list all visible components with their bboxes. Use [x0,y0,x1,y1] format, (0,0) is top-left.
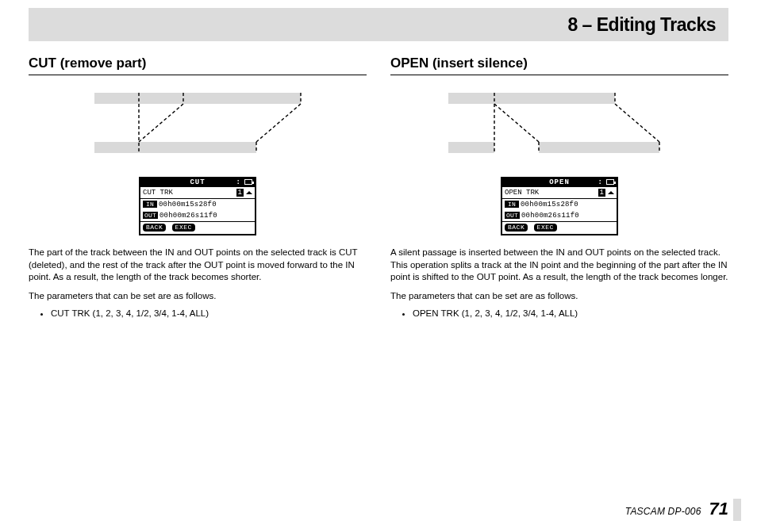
footer-page-number: 71 [709,499,728,519]
back-softkey: BACK [143,224,166,232]
svg-line-6 [139,104,183,142]
open-lcd-row-out: OUT00h00m26s11f0 [502,210,617,221]
up-triangle-icon [246,191,252,194]
colon-icon: : [598,179,602,186]
open-lcd-titlebar: OPEN : [502,178,617,187]
open-lcd-screen: OPEN : OPEN TRK 1 IN00h00m15s28f0 [501,177,618,235]
manual-page: { "header": { "chapter": "8 – Editing Tr… [0,8,757,532]
cut-trk-label: CUT TRK [143,189,173,197]
svg-line-15 [494,104,539,142]
cut-description: The part of the track between the IN and… [29,247,367,284]
section-heading-open: OPEN (insert silence) [390,55,728,75]
colon-icon: : [236,179,240,186]
svg-rect-1 [94,142,256,153]
cut-lcd-titlebar: CUT : [140,178,255,187]
open-trk-label: OPEN TRK [505,189,539,197]
svg-rect-9 [448,142,494,153]
out-value: 00h00m26s11f0 [159,212,217,220]
cut-lcd-row-in: IN00h00m15s28f0 [140,199,255,210]
out-label: OUT [505,212,520,219]
open-param-item: OPEN TRK (1, 2, 3, 4, 1/2, 3/4, 1-4, ALL… [413,308,728,318]
svg-rect-0 [94,93,301,104]
cut-trk-value-wrap: 1 [236,189,252,197]
open-lcd-title-text: OPEN [546,179,573,186]
out-label: OUT [143,212,158,219]
open-params-list: OPEN TRK (1, 2, 3, 4, 1/2, 3/4, 1-4, ALL… [390,308,728,318]
chapter-title: 8 – Editing Tracks [567,14,716,36]
open-description: A silent passage is inserted between the… [390,247,728,284]
exec-softkey: EXEC [172,224,195,232]
battery-icon [244,179,252,185]
cut-trk-value: 1 [236,189,244,197]
svg-rect-10 [539,142,659,153]
cut-lcd-screen: CUT : CUT TRK 1 IN00h00m15s28f0 [139,177,256,235]
open-diagram [390,90,728,166]
open-params-intro: The parameters that can be set are as fo… [390,290,728,303]
left-column: CUT (remove part) CUT : [29,55,367,318]
battery-icon [606,179,614,185]
back-softkey: BACK [505,224,528,232]
in-label: IN [505,201,519,208]
svg-line-7 [256,104,301,142]
cut-param-item: CUT TRK (1, 2, 3, 4, 1/2, 3/4, 1-4, ALL) [51,308,367,318]
svg-line-16 [615,104,659,142]
cut-params-list: CUT TRK (1, 2, 3, 4, 1/2, 3/4, 1-4, ALL) [29,308,367,318]
svg-rect-8 [448,93,615,104]
cut-lcd-footer: BACK EXEC [140,221,255,234]
exec-softkey: EXEC [534,224,557,232]
open-lcd-wrap: OPEN : OPEN TRK 1 IN00h00m15s28f0 [390,177,728,235]
out-value: 00h00m26s11f0 [521,212,579,220]
chapter-header-band: 8 – Editing Tracks [29,8,728,41]
right-column: OPEN (insert silence) OPEN [390,55,728,318]
cut-lcd-row-out: OUT00h00m26s11f0 [140,210,255,221]
footer-model: TASCAM DP-006 [625,506,701,517]
open-trk-value: 1 [598,189,605,197]
footer-accent-bar [733,499,741,521]
cut-diagram-svg [29,90,367,166]
two-column-layout: CUT (remove part) CUT : [0,41,757,318]
open-lcd-row-trk: OPEN TRK 1 [502,187,617,198]
section-heading-cut: CUT (remove part) [29,55,367,75]
in-value: 00h00m15s28f0 [521,201,578,209]
cut-lcd-row-trk: CUT TRK 1 [140,187,255,198]
open-lcd-row-in: IN00h00m15s28f0 [502,199,617,210]
up-triangle-icon [608,191,614,194]
open-trk-value-wrap: 1 [598,189,614,197]
in-value: 00h00m15s28f0 [159,201,217,209]
cut-lcd-wrap: CUT : CUT TRK 1 IN00h00m15s28f0 [29,177,367,235]
page-footer: TASCAM DP-006 71 [625,499,728,519]
open-lcd-footer: BACK EXEC [502,221,617,234]
in-label: IN [143,201,157,208]
cut-params-intro: The parameters that can be set are as fo… [29,290,367,303]
cut-lcd-title-text: CUT [186,179,208,186]
cut-diagram [29,90,367,166]
open-diagram-svg [390,90,728,166]
